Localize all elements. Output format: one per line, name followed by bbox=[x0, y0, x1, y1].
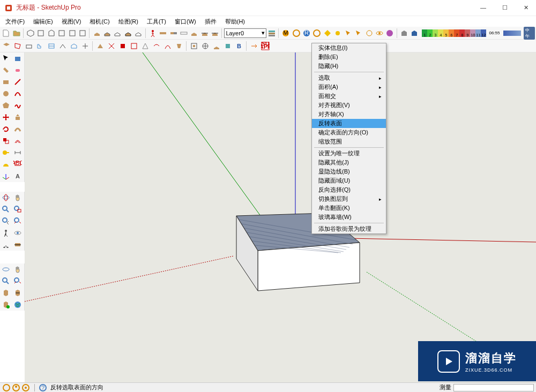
polygon-tool-icon[interactable] bbox=[0, 100, 12, 111]
layer-manager-icon[interactable] bbox=[267, 28, 277, 39]
menu-view[interactable]: 视图(V) bbox=[58, 18, 85, 26]
menu-plugins[interactable]: 插件 bbox=[202, 18, 220, 26]
shadow-time-strip[interactable]: 1 2 3 4 5 6 7 8 9 10 11 12 bbox=[422, 29, 486, 37]
p3-icon-1[interactable] bbox=[0, 263, 12, 275]
plugin-icon-swirl[interactable] bbox=[385, 28, 394, 39]
shadow-slider[interactable] bbox=[503, 31, 521, 36]
plugin-icon-diamond[interactable] bbox=[323, 28, 332, 39]
freehand-tool-icon[interactable] bbox=[12, 100, 24, 111]
component-tool-icon[interactable] bbox=[12, 52, 24, 64]
plugin-icon-circle-1[interactable] bbox=[291, 28, 301, 39]
cm-align-axis[interactable]: 对齐轴(X) bbox=[312, 110, 386, 119]
menu-camera[interactable]: 相机(C) bbox=[86, 18, 113, 26]
paint-tool-icon[interactable] bbox=[0, 64, 12, 76]
style-icon-4[interactable] bbox=[123, 28, 133, 39]
tb2-icon-7[interactable] bbox=[69, 41, 79, 51]
cm-unique-texture[interactable]: 设置为唯一纹理 bbox=[312, 149, 386, 158]
cm-delete[interactable]: 删除(E) bbox=[312, 52, 386, 62]
top-view-icon[interactable] bbox=[36, 28, 46, 39]
new-file-icon[interactable] bbox=[1, 28, 11, 39]
tb2-icon-11[interactable] bbox=[117, 41, 128, 51]
zoom-prev-icon[interactable] bbox=[0, 215, 12, 227]
line-tool-icon[interactable] bbox=[12, 76, 24, 88]
3dtext-tool-icon[interactable]: A bbox=[12, 170, 24, 182]
plugin-icon-orbit[interactable] bbox=[375, 28, 384, 39]
cm-switch-layer[interactable]: 切换图层到▸ bbox=[312, 194, 386, 203]
menu-edit[interactable]: 编辑(E) bbox=[30, 18, 56, 26]
style-icon-3[interactable] bbox=[113, 28, 122, 39]
circle-tool-icon[interactable] bbox=[0, 88, 12, 100]
tb2-icon-22[interactable] bbox=[249, 41, 259, 51]
scale-tool-icon[interactable] bbox=[0, 135, 12, 147]
move-tool-icon[interactable] bbox=[0, 111, 12, 123]
menu-help[interactable]: 帮助(H) bbox=[222, 18, 248, 26]
iso-view-icon[interactable] bbox=[26, 28, 35, 39]
tb2-icon-9[interactable] bbox=[95, 41, 106, 51]
style-icon-2[interactable] bbox=[102, 28, 112, 39]
p3-icon-5[interactable] bbox=[0, 287, 12, 299]
pushpull-tool-icon[interactable] bbox=[12, 111, 24, 123]
section-icon-2[interactable] bbox=[168, 28, 178, 39]
cm-entity-info[interactable]: 实体信息(I) bbox=[312, 43, 386, 52]
position-camera-icon[interactable] bbox=[0, 227, 12, 239]
plugin-icon-circle-3[interactable] bbox=[364, 28, 374, 39]
back-view-icon[interactable] bbox=[68, 28, 77, 39]
walk-icon[interactable] bbox=[147, 28, 157, 39]
section-icon-4[interactable] bbox=[189, 28, 199, 39]
zoom-tool-icon[interactable] bbox=[0, 203, 12, 215]
maximize-button[interactable]: ☐ bbox=[499, 3, 511, 12]
p3-icon-3[interactable] bbox=[0, 275, 12, 287]
tb2-icon-4[interactable] bbox=[35, 41, 46, 51]
cm-reverse-faces[interactable]: 反转表面 bbox=[312, 119, 386, 128]
status-help-icon[interactable]: ? bbox=[39, 383, 47, 392]
cm-hide[interactable]: 隐藏(H) bbox=[312, 62, 386, 71]
tb2-icon-6[interactable] bbox=[57, 41, 68, 51]
tb2-icon-8[interactable] bbox=[80, 41, 91, 51]
cm-invert-selection[interactable]: 反向选择(Q) bbox=[312, 185, 386, 194]
tb2-icon-14[interactable] bbox=[151, 41, 162, 51]
section-icon-6[interactable] bbox=[210, 28, 220, 39]
tb2-icon-12[interactable] bbox=[129, 41, 139, 51]
cm-align-view[interactable]: 对齐视图(V) bbox=[312, 101, 386, 110]
cm-zoom-extents[interactable]: 缩放范围 bbox=[312, 137, 386, 146]
pan-tool-icon[interactable] bbox=[12, 192, 24, 203]
section-icon-5[interactable] bbox=[200, 28, 210, 39]
left-view-icon[interactable] bbox=[78, 28, 87, 39]
close-button[interactable]: ✕ bbox=[520, 3, 532, 12]
text-tool-icon[interactable]: ABC bbox=[12, 159, 24, 170]
measure-input[interactable] bbox=[453, 384, 534, 391]
sectionplane-icon[interactable] bbox=[12, 239, 24, 251]
look-around-icon[interactable] bbox=[12, 227, 24, 239]
right-view-icon[interactable] bbox=[57, 28, 66, 39]
menu-tools[interactable]: 工具(T) bbox=[144, 18, 169, 26]
plugin-icon-sun[interactable] bbox=[333, 28, 343, 39]
plugin-icon-m[interactable]: M bbox=[281, 28, 291, 39]
status-credits-icon[interactable] bbox=[12, 383, 20, 392]
zoom-extents-icon[interactable] bbox=[12, 215, 24, 227]
dimension-tool-icon[interactable] bbox=[12, 147, 24, 159]
tb2-icon-2[interactable] bbox=[12, 41, 23, 51]
style-icon-1[interactable] bbox=[92, 28, 101, 39]
status-signin-icon[interactable] bbox=[21, 383, 30, 392]
minimize-button[interactable]: — bbox=[477, 3, 489, 12]
section-icon-3[interactable] bbox=[179, 28, 189, 39]
cm-intersect[interactable]: 面相交▸ bbox=[312, 92, 386, 101]
menu-file[interactable]: 文件(F) bbox=[2, 18, 28, 26]
cm-hide-rest[interactable]: 隐藏其他(J) bbox=[312, 158, 386, 167]
protractor-tool-icon[interactable] bbox=[0, 159, 12, 170]
layer-select[interactable]: Layer0 ▾ bbox=[224, 28, 266, 38]
arc-tool-icon[interactable] bbox=[12, 88, 24, 100]
tb2-icon-19[interactable] bbox=[211, 41, 222, 51]
tb2-icon-21[interactable]: B bbox=[234, 41, 244, 51]
cm-add-streetview[interactable]: 添加谷歌街景为纹理 bbox=[312, 224, 386, 233]
warehouse-icon-1[interactable] bbox=[399, 28, 409, 39]
tb2-icon-10[interactable] bbox=[106, 41, 117, 51]
p3-icon-7[interactable] bbox=[0, 299, 12, 311]
p3-icon-8[interactable] bbox=[12, 299, 24, 311]
cm-hide-face-region[interactable]: 隐藏面域(U) bbox=[312, 176, 386, 185]
rectangle-tool-icon[interactable] bbox=[0, 76, 12, 88]
plugin-icon-cursor-1[interactable] bbox=[343, 28, 353, 39]
plugin-icon-circle-2[interactable] bbox=[312, 28, 322, 39]
tb2-icon-3[interactable] bbox=[24, 41, 34, 51]
cm-curtain-wall[interactable]: 玻璃幕墙(W) bbox=[312, 213, 386, 222]
